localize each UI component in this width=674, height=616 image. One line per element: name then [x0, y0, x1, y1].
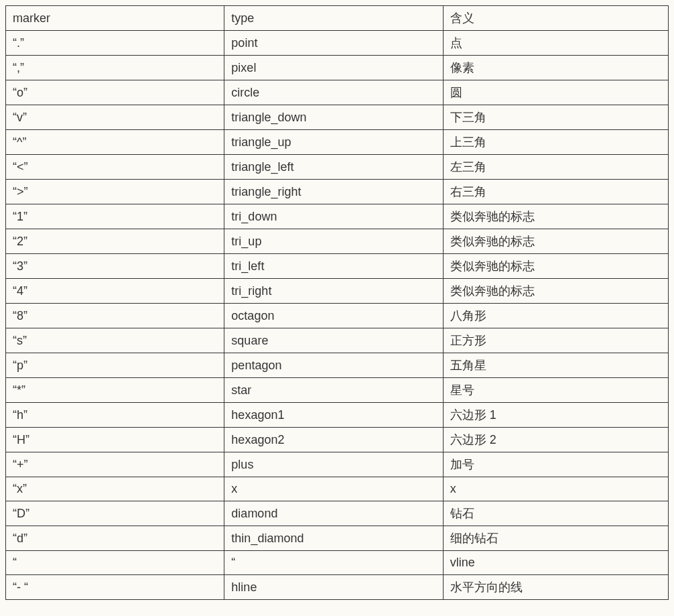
- cell-marker: “x”: [6, 477, 224, 501]
- cell-marker: “h”: [6, 403, 224, 428]
- cell-type: x: [224, 477, 443, 501]
- cell-meaning: 左三角: [443, 155, 668, 180]
- cell-type: pixel: [224, 56, 443, 80]
- cell-marker: “- “: [6, 575, 224, 600]
- cell-marker: “8”: [6, 304, 224, 328]
- table-row: “d”thin_diamond细的钻石: [6, 526, 669, 551]
- cell-meaning: 细的钻石: [443, 526, 668, 551]
- cell-meaning: x: [443, 477, 668, 501]
- cell-meaning: 水平方向的线: [443, 575, 668, 600]
- cell-meaning: 像素: [443, 56, 668, 80]
- cell-type: square: [224, 328, 443, 353]
- cell-type: star: [224, 378, 443, 403]
- table-row: “,”pixel像素: [6, 56, 669, 80]
- cell-type: “: [224, 551, 443, 575]
- header-type: type: [224, 6, 443, 31]
- table-row: “<”triangle_left左三角: [6, 155, 669, 180]
- cell-marker: “,”: [6, 56, 224, 80]
- cell-meaning: 钻石: [443, 501, 668, 526]
- table-header-row: marker type 含义: [6, 6, 669, 31]
- cell-marker: “o”: [6, 80, 224, 105]
- cell-meaning: 加号: [443, 452, 668, 477]
- cell-marker: “v”: [6, 105, 224, 130]
- table-row: “3”tri_left类似奔驰的标志: [6, 254, 669, 279]
- cell-marker: “1”: [6, 204, 224, 229]
- cell-type: triangle_left: [224, 155, 443, 180]
- table-row: “*”star星号: [6, 378, 669, 403]
- cell-type: pentagon: [224, 353, 443, 378]
- cell-type: plus: [224, 452, 443, 477]
- cell-meaning: 上三角: [443, 130, 668, 155]
- cell-type: thin_diamond: [224, 526, 443, 551]
- cell-type: point: [224, 31, 443, 56]
- cell-type: triangle_right: [224, 180, 443, 204]
- cell-meaning: 右三角: [443, 180, 668, 204]
- cell-marker: “H”: [6, 428, 224, 452]
- cell-marker: “4”: [6, 279, 224, 304]
- table-row: “+”plus加号: [6, 452, 669, 477]
- cell-type: hexagon1: [224, 403, 443, 428]
- cell-type: triangle_down: [224, 105, 443, 130]
- cell-meaning: 星号: [443, 378, 668, 403]
- cell-marker: “D”: [6, 501, 224, 526]
- table-row: “h”hexagon1六边形 1: [6, 403, 669, 428]
- cell-meaning: 六边形 1: [443, 403, 668, 428]
- cell-meaning: 八角形: [443, 304, 668, 328]
- cell-meaning: 正方形: [443, 328, 668, 353]
- cell-type: hexagon2: [224, 428, 443, 452]
- cell-marker: “+”: [6, 452, 224, 477]
- table-row: “1”tri_down类似奔驰的标志: [6, 204, 669, 229]
- table-row: “2”tri_up类似奔驰的标志: [6, 229, 669, 254]
- table-row: “- “hline水平方向的线: [6, 575, 669, 600]
- cell-meaning: vline: [443, 551, 668, 575]
- cell-meaning: 类似奔驰的标志: [443, 204, 668, 229]
- cell-type: tri_right: [224, 279, 443, 304]
- cell-meaning: 五角星: [443, 353, 668, 378]
- table-row: “>”triangle_right右三角: [6, 180, 669, 204]
- cell-marker: “<”: [6, 155, 224, 180]
- cell-meaning: 点: [443, 31, 668, 56]
- table-row: “H”hexagon2六边形 2: [6, 428, 669, 452]
- cell-marker: “*”: [6, 378, 224, 403]
- cell-meaning: 下三角: [443, 105, 668, 130]
- table-row: “8”octagon八角形: [6, 304, 669, 328]
- cell-marker: “^”: [6, 130, 224, 155]
- cell-type: triangle_up: [224, 130, 443, 155]
- cell-type: octagon: [224, 304, 443, 328]
- table-row: “x”xx: [6, 477, 669, 501]
- cell-type: diamond: [224, 501, 443, 526]
- cell-type: hline: [224, 575, 443, 600]
- table-row: “4”tri_right类似奔驰的标志: [6, 279, 669, 304]
- header-meaning: 含义: [443, 6, 668, 31]
- cell-marker: “.”: [6, 31, 224, 56]
- table-row: ““vline: [6, 551, 669, 575]
- cell-marker: “: [6, 551, 224, 575]
- cell-marker: “3”: [6, 254, 224, 279]
- cell-marker: “s”: [6, 328, 224, 353]
- cell-meaning: 类似奔驰的标志: [443, 254, 668, 279]
- cell-marker: “2”: [6, 229, 224, 254]
- table-row: “o”circle圆: [6, 80, 669, 105]
- cell-marker: “>”: [6, 180, 224, 204]
- table-row: “^”triangle_up上三角: [6, 130, 669, 155]
- table-row: “s”square正方形: [6, 328, 669, 353]
- table-body: marker type 含义 “.”point点“,”pixel像素“o”cir…: [6, 6, 669, 600]
- header-marker: marker: [6, 6, 224, 31]
- marker-reference-table: marker type 含义 “.”point点“,”pixel像素“o”cir…: [5, 5, 669, 600]
- cell-meaning: 圆: [443, 80, 668, 105]
- table-row: “.”point点: [6, 31, 669, 56]
- cell-meaning: 类似奔驰的标志: [443, 229, 668, 254]
- cell-marker: “d”: [6, 526, 224, 551]
- table-row: “v”triangle_down下三角: [6, 105, 669, 130]
- cell-meaning: 类似奔驰的标志: [443, 279, 668, 304]
- table-row: “p”pentagon五角星: [6, 353, 669, 378]
- cell-meaning: 六边形 2: [443, 428, 668, 452]
- cell-marker: “p”: [6, 353, 224, 378]
- table-row: “D”diamond钻石: [6, 501, 669, 526]
- cell-type: circle: [224, 80, 443, 105]
- cell-type: tri_down: [224, 204, 443, 229]
- cell-type: tri_left: [224, 254, 443, 279]
- cell-type: tri_up: [224, 229, 443, 254]
